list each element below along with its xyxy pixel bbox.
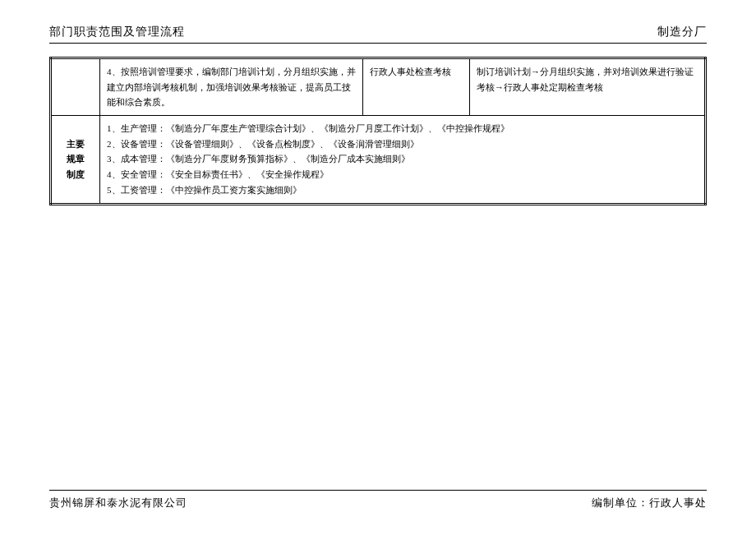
page-header: 部门职责范围及管理流程 制造分厂 [49, 25, 707, 44]
table-row: 4、按照培训管理要求，编制部门培训计划，分月组织实施，并建立内部培训考核机制，加… [51, 58, 706, 116]
rules-line: 5、工资管理：《中控操作员工资方案实施细则》 [107, 182, 698, 198]
page-footer: 贵州锦屏和泰水泥有限公司 编制单位：行政人事处 [49, 490, 707, 510]
rules-line: 1、生产管理：《制造分厂年度生产管理综合计划》、《制造分厂月度工作计划》、《中控… [107, 121, 698, 136]
table-row: 主要规章制度 1、生产管理：《制造分厂年度生产管理综合计划》、《制造分厂月度工作… [51, 116, 706, 204]
rules-content: 1、生产管理：《制造分厂年度生产管理综合计划》、《制造分厂月度工作计划》、《中控… [100, 116, 706, 204]
cell-training-desc: 4、按照培训管理要求，编制部门培训计划，分月组织实施，并建立内部培训考核机制，加… [100, 58, 363, 116]
footer-right: 编制单位：行政人事处 [592, 496, 707, 510]
rules-line: 3、成本管理：《制造分厂年度财务预算指标》、《制造分厂成本实施细则》 [107, 151, 698, 167]
header-right: 制造分厂 [657, 25, 707, 39]
rules-label: 主要规章制度 [51, 116, 100, 204]
rules-line: 4、安全管理：《安全目标责任书》、《安全操作规程》 [107, 167, 698, 182]
page-container: 部门职责范围及管理流程 制造分厂 4、按照培训管理要求，编制部门培训计划，分月组… [0, 0, 756, 205]
rules-line: 2、设备管理：《设备管理细则》、《设备点检制度》、《设备润滑管理细则》 [107, 136, 698, 152]
cell-empty [51, 58, 100, 116]
main-table: 4、按照培训管理要求，编制部门培训计划，分月组织实施，并建立内部培训考核机制，加… [49, 57, 707, 205]
footer-left: 贵州锦屏和泰水泥有限公司 [49, 496, 187, 510]
header-left: 部门职责范围及管理流程 [49, 25, 185, 39]
rules-label-text: 主要规章制度 [67, 139, 85, 179]
cell-process: 制订培训计划→分月组织实施，并对培训效果进行验证考核→行政人事处定期检查考核 [470, 58, 706, 116]
cell-inspector: 行政人事处检查考核 [363, 58, 470, 116]
